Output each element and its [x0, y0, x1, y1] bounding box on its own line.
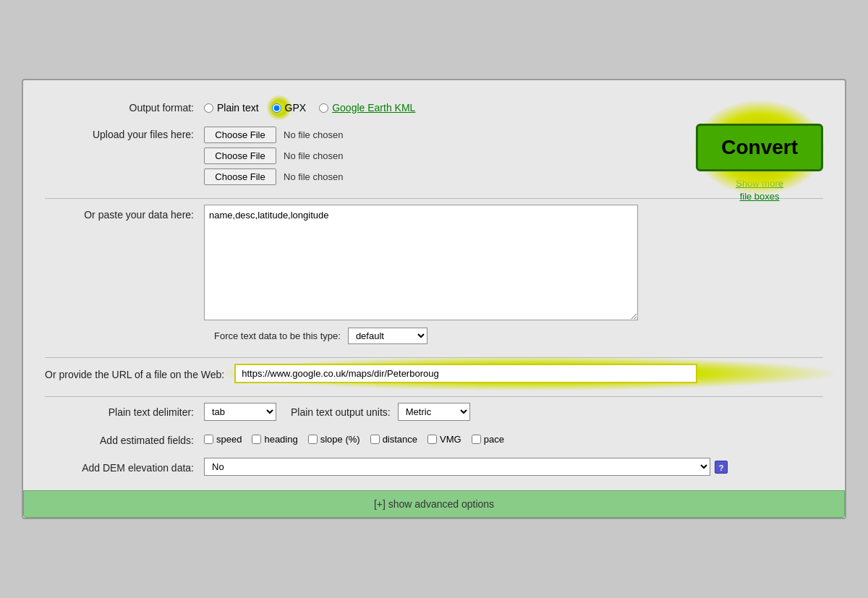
file-row-1: Choose File No file chosen	[204, 127, 343, 143]
checkbox-slope[interactable]: slope (%)	[308, 434, 360, 445]
checkbox-heading-input[interactable]	[252, 435, 261, 444]
radio-gpx-label: GPX	[285, 102, 307, 114]
radio-gpx[interactable]: GPX	[272, 102, 307, 114]
radio-kml[interactable]: Google Earth KML	[319, 102, 415, 114]
checkbox-heading[interactable]: heading	[252, 434, 297, 445]
dem-row: Add DEM elevation data: No Yes - SRTM3 v…	[45, 458, 823, 476]
checkbox-vmg-input[interactable]	[427, 435, 437, 444]
dem-select[interactable]: No Yes - SRTM3 v4.1 Yes - ASTER GDEM v2	[204, 458, 710, 476]
radio-plain-text[interactable]: Plain text	[204, 102, 259, 114]
no-file-text-3: No file chosen	[284, 171, 343, 182]
checkbox-speed-input[interactable]	[204, 435, 213, 444]
checkbox-pace-label: pace	[484, 434, 504, 445]
convert-btn-wrapper: Convert	[696, 124, 823, 171]
divider-2	[45, 357, 823, 358]
force-type-select[interactable]: default waypoints track route	[348, 328, 427, 344]
delimiter-row: Plain text delimiter: tab comma semicolo…	[45, 403, 823, 421]
checkbox-slope-label: slope (%)	[320, 434, 360, 445]
radio-kml-label: Google Earth KML	[332, 102, 415, 114]
show-advanced-bar[interactable]: [+] show advanced options	[23, 490, 845, 518]
output-units-label: Plain text output units:	[291, 406, 391, 418]
output-format-label: Output format:	[45, 102, 204, 114]
no-file-text-2: No file chosen	[284, 150, 343, 161]
checkbox-heading-label: heading	[264, 434, 297, 445]
divider-3	[45, 396, 823, 397]
radio-plain-text-label: Plain text	[217, 102, 259, 114]
file-row-2: Choose File No file chosen	[204, 148, 343, 164]
url-label: Or provide the URL of a file on the Web:	[45, 367, 234, 380]
radio-kml-input[interactable]	[319, 103, 328, 113]
est-fields-label: Add estimated fields:	[45, 432, 204, 446]
paste-textarea[interactable]: name,desc,latitude,longitude	[204, 205, 638, 320]
choose-file-btn-3[interactable]: Choose File	[204, 168, 276, 185]
checkbox-speed-label: speed	[216, 434, 242, 445]
choose-file-btn-1[interactable]: Choose File	[204, 127, 276, 143]
checkbox-vmg[interactable]: VMG	[427, 434, 461, 445]
delimiter-label: Plain text delimiter:	[45, 406, 204, 418]
convert-area: Convert Show morefile boxes	[696, 124, 823, 203]
dem-label: Add DEM elevation data:	[45, 460, 204, 474]
checkbox-distance-label: distance	[383, 434, 417, 445]
url-input[interactable]	[234, 364, 697, 383]
est-fields-row: Add estimated fields: speed heading slop…	[45, 432, 823, 446]
checkbox-speed[interactable]: speed	[204, 434, 242, 445]
paste-label: Or paste your data here:	[45, 205, 204, 221]
dem-help-icon[interactable]: ?	[715, 461, 728, 474]
checkbox-distance[interactable]: distance	[370, 434, 417, 445]
checkbox-vmg-label: VMG	[440, 434, 461, 445]
checkbox-slope-input[interactable]	[308, 435, 318, 444]
no-file-text-1: No file chosen	[284, 129, 343, 140]
force-type-label: Force text data to be this type:	[214, 330, 341, 341]
output-format-row: Output format: Plain text GPX Google Ear…	[45, 95, 823, 114]
force-type-row: Force text data to be this type: default…	[45, 328, 823, 344]
delimiter-select[interactable]: tab comma semicolon space	[204, 403, 276, 421]
paste-section: Or paste your data here: name,desc,latit…	[45, 205, 823, 320]
upload-label: Upload your files here:	[45, 127, 204, 140]
file-row-3: Choose File No file chosen	[204, 168, 343, 185]
show-more-files-link[interactable]: Show morefile boxes	[736, 177, 783, 203]
checkbox-pace-input[interactable]	[472, 435, 481, 444]
checkbox-distance-input[interactable]	[370, 435, 380, 444]
gpx-radio-wrapper: GPX	[272, 102, 307, 114]
output-units-select[interactable]: Metric Statute Nautical	[398, 403, 470, 421]
radio-plain-text-input[interactable]	[204, 103, 213, 113]
checkbox-pace[interactable]: pace	[472, 434, 504, 445]
url-row: Or provide the URL of a file on the Web:	[45, 364, 823, 383]
choose-file-btn-2[interactable]: Choose File	[204, 148, 276, 164]
convert-button[interactable]: Convert	[696, 124, 823, 171]
url-input-wrapper	[234, 364, 823, 383]
radio-gpx-input[interactable]	[272, 103, 281, 113]
file-inputs-col: Choose File No file chosen Choose File N…	[204, 127, 343, 185]
radio-options: Plain text GPX Google Earth KML	[204, 102, 415, 114]
main-container: Output format: Plain text GPX Google Ear…	[22, 79, 846, 519]
